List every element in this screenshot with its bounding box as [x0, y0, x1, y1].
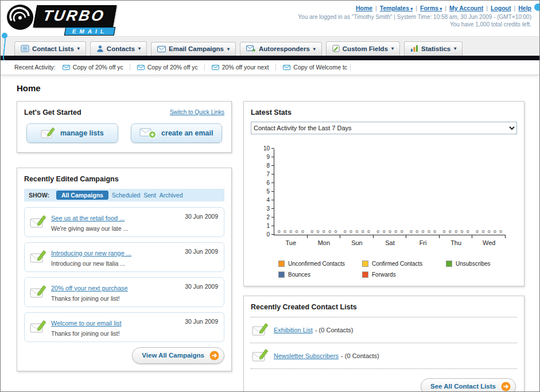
- series-value: 0: [296, 229, 298, 234]
- legend-swatch: [362, 271, 368, 278]
- top-link-templates[interactable]: Templates ▾: [380, 5, 413, 11]
- contact-lists-panel-title: Recently Created Contact Lists: [251, 303, 517, 311]
- chevron-down-icon: ▾: [138, 46, 141, 51]
- custom-fields-icon: [332, 45, 340, 52]
- recent-activity-bar: Recent Activity: Copy of 20% off ycCopy …: [1, 60, 539, 75]
- chart-group: 00000Sat: [374, 149, 407, 235]
- filter-archived[interactable]: Archived: [160, 192, 183, 199]
- filter-scheduled[interactable]: Scheduled: [112, 192, 141, 199]
- create-email-button[interactable]: create an email: [131, 123, 223, 143]
- get-started-title: Let's Get Started: [24, 108, 81, 117]
- campaign-text: Introducing our new range ...Introducing…: [51, 247, 176, 267]
- legend-item: Confirmed Contacts: [362, 261, 446, 267]
- x-tick-mark: [307, 235, 308, 238]
- envelope-icon: [63, 65, 70, 70]
- series-value: 0: [467, 229, 469, 234]
- link-separator: |: [486, 5, 488, 11]
- chart-group: 00000Thu: [440, 149, 473, 235]
- series-value-labels: 00000: [472, 229, 506, 234]
- recent-activity-item[interactable]: 20% off your next: [212, 64, 277, 71]
- campaign-subtitle: Introducing our new Italia ...: [51, 260, 176, 267]
- series-value: 0: [310, 229, 313, 234]
- link-separator: |: [445, 5, 446, 11]
- recent-activity-items: Copy of 20% off ycCopy of 20% off yc20% …: [63, 64, 358, 71]
- campaign-row[interactable]: See us at the retail food ...We're givin…: [24, 207, 224, 237]
- campaign-title-link[interactable]: Introducing our new range ...: [51, 250, 131, 257]
- tab-label: Custom Fields: [343, 45, 388, 52]
- contact-list-row[interactable]: Newsletter Subscribers- (0 Contacts): [251, 343, 517, 369]
- autoresponders-icon: [246, 45, 256, 52]
- tab-autoresponders[interactable]: Autoresponders▾: [240, 42, 322, 56]
- series-value: 0: [323, 229, 325, 234]
- view-all-campaigns-label: View All Campaigns: [142, 352, 204, 359]
- envelope-pencil-icon: [30, 285, 47, 301]
- series-value: 0: [377, 229, 379, 234]
- chart-group: 00000Fri: [406, 149, 440, 235]
- top-link-home[interactable]: Home: [356, 5, 372, 11]
- recent-activity-item[interactable]: Copy of 20% off yc: [63, 64, 130, 71]
- contact-list-link[interactable]: Newsletter Subscribers: [274, 352, 339, 359]
- tab-contact-lists[interactable]: Contact Lists▾: [14, 41, 86, 56]
- top-link-help[interactable]: Help: [518, 5, 531, 11]
- header-right: Home|Templates ▾|Forms ▾|My Account|Logo…: [298, 3, 531, 36]
- campaign-row[interactable]: Welcome to our email listThanks for join…: [24, 312, 224, 342]
- filter-all-campaigns[interactable]: All Campaigns: [56, 191, 108, 200]
- campaign-text: Welcome to our email listThanks for join…: [51, 317, 176, 337]
- contact-list-row[interactable]: Exhibition List- (0 Contacts): [251, 317, 517, 343]
- series-value: 0: [443, 229, 445, 234]
- campaign-date: 30 Jun 2009: [185, 318, 218, 325]
- manage-lists-button[interactable]: manage lists: [26, 123, 118, 143]
- campaign-list: See us at the retail food ...We're givin…: [24, 207, 224, 342]
- series-value: 0: [278, 229, 280, 234]
- tab-contacts[interactable]: Contacts▾: [90, 41, 147, 56]
- top-link-my-account[interactable]: My Account: [449, 5, 483, 11]
- tab-custom-fields[interactable]: Custom Fields▾: [326, 41, 400, 56]
- top-link-logout[interactable]: Logout: [491, 5, 511, 11]
- link-separator: |: [514, 5, 516, 11]
- contacts-icon: [96, 45, 104, 52]
- series-value: 0: [356, 229, 358, 234]
- series-value: 0: [349, 229, 352, 234]
- recent-activity-item[interactable]: Copy of Welcome tc: [283, 64, 351, 71]
- tab-label: Autoresponders: [259, 45, 310, 52]
- campaign-title-link[interactable]: See us at the retail food ...: [51, 215, 125, 222]
- get-started-panel: Let's Get Started Switch to Quick Links …: [17, 101, 232, 153]
- series-value: 0: [328, 229, 331, 234]
- series-value: 0: [433, 229, 436, 234]
- legend-item: Forwards: [362, 271, 446, 278]
- series-value: 0: [449, 229, 451, 234]
- legend-label: Unconfirmed Contacts: [288, 261, 345, 267]
- campaign-row[interactable]: 20% off your next purchaseThanks for joi…: [24, 277, 224, 307]
- x-tick-mark: [472, 235, 472, 238]
- campaign-title-link[interactable]: 20% off your next purchase: [51, 285, 128, 292]
- filter-sent[interactable]: Sent: [143, 192, 156, 199]
- series-value: 0: [461, 229, 463, 234]
- arrow-circle-icon: [209, 351, 219, 360]
- envelope-pencil-icon: [30, 320, 47, 336]
- top-link-forms[interactable]: Forms ▾: [420, 5, 442, 11]
- switch-quick-links-link[interactable]: Switch to Quick Links: [170, 109, 224, 115]
- tab-label: Contacts: [107, 45, 135, 52]
- contact-list-link[interactable]: Exhibition List: [274, 327, 313, 333]
- right-column: Latest Stats Contact Activity for the La…: [243, 101, 525, 392]
- campaign-row[interactable]: Introducing our new range ...Introducing…: [24, 242, 224, 272]
- nav-divider-bar: [1, 56, 539, 60]
- legend-swatch: [278, 271, 285, 278]
- stats-period-select[interactable]: Contact Activity for the Last 7 Days: [251, 122, 517, 134]
- x-tick-mark: [439, 235, 440, 238]
- series-value-labels: 00000: [440, 229, 473, 234]
- view-all-campaigns-button[interactable]: View All Campaigns: [132, 347, 224, 364]
- see-all-contact-lists-button[interactable]: See All Contact Lists: [421, 378, 516, 392]
- x-tick-mark: [340, 235, 340, 238]
- recent-activity-item[interactable]: Copy of 20% off yc: [137, 64, 205, 71]
- chevron-down-icon: ▾: [438, 6, 442, 11]
- campaign-date: 30 Jun 2009: [185, 248, 218, 255]
- logo-text: TURBO: [33, 5, 117, 28]
- decorative-dot-left: [2, 33, 7, 38]
- x-tick-label: Tue: [274, 239, 308, 246]
- legend-label: Forwards: [372, 271, 396, 278]
- y-tick-label: 9: [258, 154, 270, 160]
- tab-email-campaigns[interactable]: Email Campaigns▾: [151, 42, 236, 56]
- campaign-title-link[interactable]: Welcome to our email list: [51, 320, 122, 327]
- tab-statistics[interactable]: Statistics▾: [404, 41, 463, 56]
